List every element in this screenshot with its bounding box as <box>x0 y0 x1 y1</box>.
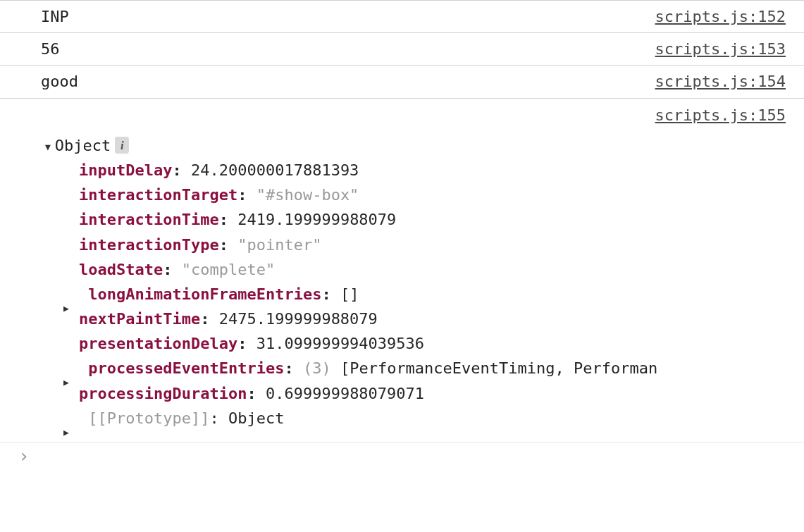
console-object-block: Object i inputDelay: 24.200000017881393 … <box>0 133 804 442</box>
source-link[interactable]: scripts.js:154 <box>655 69 786 94</box>
object-property[interactable]: loadState: "complete" <box>79 257 786 282</box>
prop-key: processedEventEntries <box>88 359 284 377</box>
prop-value: [] <box>340 285 359 303</box>
prop-key: longAnimationFrameEntries <box>88 285 321 303</box>
prop-value: "#show-box" <box>256 186 359 204</box>
log-message: INP <box>41 4 69 29</box>
prop-value: Object <box>228 409 284 427</box>
prop-value: "complete" <box>182 261 275 278</box>
object-properties: inputDelay: 24.200000017881393 interacti… <box>79 158 786 431</box>
source-link[interactable]: scripts.js:152 <box>655 4 786 29</box>
prop-value: "pointer" <box>237 236 321 254</box>
object-property[interactable]: longAnimationFrameEntries: [] <box>79 282 786 307</box>
object-property[interactable]: nextPaintTime: 2475.199999988079 <box>79 307 786 331</box>
prop-count: (3) <box>303 359 331 377</box>
prop-key: inputDelay <box>79 161 172 179</box>
object-property[interactable]: interactionTarget: "#show-box" <box>79 183 786 207</box>
source-link[interactable]: scripts.js:153 <box>655 37 786 61</box>
object-property[interactable]: [[Prototype]]: Object <box>79 406 786 431</box>
object-label: Object <box>55 133 111 158</box>
prop-value: 2419.199999988079 <box>237 211 396 228</box>
object-property[interactable]: interactionTime: 2419.199999988079 <box>79 207 786 232</box>
prop-key: interactionTime <box>79 211 219 228</box>
prop-key: processingDuration <box>79 385 247 402</box>
prop-key: nextPaintTime <box>79 310 200 328</box>
console-log-row[interactable]: INP scripts.js:152 <box>0 0 804 33</box>
log-message: good <box>41 69 78 94</box>
object-header[interactable]: Object i <box>41 133 786 158</box>
info-icon[interactable]: i <box>115 137 129 154</box>
prop-key: presentationDelay <box>79 335 237 352</box>
prop-value: 24.200000017881393 <box>191 161 359 179</box>
console-log-row[interactable]: good scripts.js:154 <box>0 66 804 98</box>
log-message: 56 <box>41 37 60 61</box>
prop-value: 2475.199999988079 <box>219 310 378 328</box>
prop-key: interactionTarget <box>79 186 237 204</box>
source-link[interactable]: scripts.js:155 <box>655 103 786 128</box>
prop-key: loadState <box>79 261 163 278</box>
disclosure-triangle-icon[interactable] <box>45 133 51 158</box>
console-log-row[interactable]: 56 scripts.js:153 <box>0 33 804 66</box>
console-prompt[interactable]: › <box>0 442 804 469</box>
object-property[interactable]: presentationDelay: 31.099999994039536 <box>79 331 786 356</box>
prop-preview: [PerformanceEventTiming, Performan <box>340 359 657 377</box>
object-property[interactable]: processingDuration: 0.699999988079071 <box>79 381 786 406</box>
object-property[interactable]: interactionType: "pointer" <box>79 233 786 257</box>
prop-value: 31.099999994039536 <box>256 335 424 352</box>
object-property[interactable]: processedEventEntries: (3) [PerformanceE… <box>79 356 786 381</box>
console-log-row: scripts.js:155 <box>0 99 804 133</box>
chevron-right-icon: › <box>18 447 30 465</box>
prop-key: interactionType <box>79 236 219 254</box>
prop-value: 0.699999988079071 <box>266 385 424 402</box>
object-property[interactable]: inputDelay: 24.200000017881393 <box>79 158 786 183</box>
prop-key: [[Prototype]] <box>88 409 209 427</box>
